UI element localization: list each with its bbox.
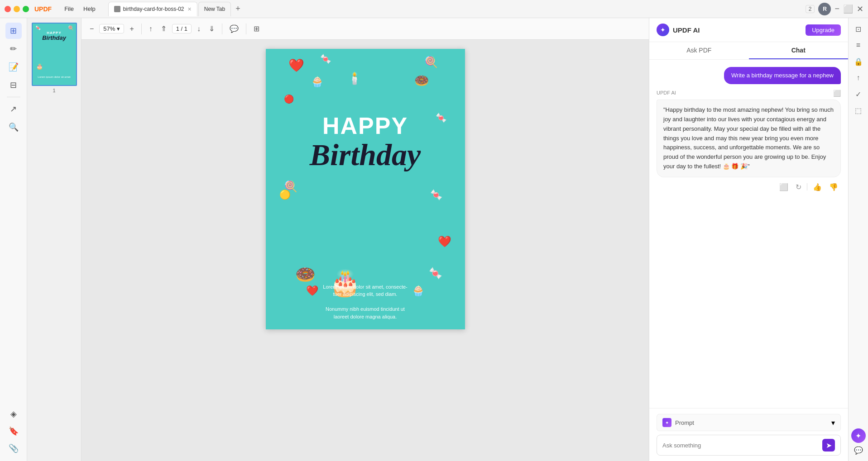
page-first-button[interactable]: ⇑ [158,23,169,35]
far-right-panel: ⊡ ≡ 🔒 ↑ ✓ ⬚ ✦ 💬 [848,18,868,461]
new-tab-label: New Tab [204,6,225,12]
active-tab[interactable]: birthday-card-for-boss-02 × [108,2,197,16]
badge-count: 2 [806,5,815,13]
convert-to-pdf-icon[interactable]: ⊡ [851,22,866,36]
toolbar-separator-2 [222,24,222,34]
main-content: ⊞ ✏ 📝 ⊟ ↗ 🔍 ◈ 🔖 📎 HAPPY Birthday 🍬 🍭 🎂 [0,18,868,461]
window-controls [5,6,29,12]
page-display[interactable]: 1 / 1 [172,24,192,33]
viewer-area: − 57% ▾ + ↑ ⇑ 1 / 1 ↓ ⇓ 💬 ⊞ ❤️ [82,18,649,461]
mini-decoration-2: 🍭 [68,25,73,30]
add-tab-button[interactable]: + [232,2,244,15]
zoom-in-button[interactable]: + [127,23,136,35]
thumbup-button[interactable]: 👍 [811,182,824,192]
maximize-window-button[interactable] [23,6,29,12]
toolbar-separator-3 [246,24,246,34]
sidebar-item-thumbnail[interactable]: ⊞ [5,23,22,39]
prompt-selector[interactable]: ✦ Prompt ▾ [657,414,841,431]
tab-bar: birthday-card-for-boss-02 × New Tab + [108,2,806,16]
titlebar-right-controls: 2 R − ⬜ ✕ [806,3,863,15]
upgrade-button[interactable]: Upgrade [806,24,841,36]
titlebar: UPDF File Help birthday-card-for-boss-02… [0,0,868,18]
ai-panel-header: ✦ UPDF AI Upgrade [649,18,848,42]
window-minimize-icon[interactable]: − [834,4,839,14]
lorem-line-1: Lorem ipsum dolor sit amet, consecte- [323,283,407,291]
review-icon[interactable]: ✓ [851,87,866,101]
user-message-container: Write a birthday message for a nephew [657,67,841,84]
close-window-button[interactable] [5,6,11,12]
mini-decoration-1: 🍬 [35,25,41,30]
mini-lorem: Lorem ipsum dolor sit amet [33,75,76,79]
deco-cupcake-bottom-right: 🧁 [412,283,424,298]
deco-candy-bottom-right: 🍬 [429,267,442,280]
sidebar-item-layers[interactable]: ◈ [5,406,22,422]
copy-response-icon[interactable]: ⬜ [833,90,841,97]
app-logo: UPDF [34,5,52,13]
lorem-line-3: Nonummy nibh euismod tincidunt ut [323,305,407,313]
ai-tabs: Ask PDF Chat [649,42,848,60]
page-prev-button[interactable]: ↑ [146,23,155,35]
ai-chat-area[interactable]: Write a birthday message for a nephew UP… [649,60,848,408]
layout-button[interactable]: ⊞ [251,23,262,35]
sidebar-item-export[interactable]: ↗ [5,101,22,117]
lorem-line-2: tuer adipiscing elit, sed diam. [323,290,407,298]
user-avatar[interactable]: R [818,3,831,15]
window-close-icon[interactable]: ✕ [857,4,863,14]
ask-input[interactable] [662,442,822,449]
thumbnail-page-1[interactable]: HAPPY Birthday 🍬 🍭 🎂 Lorem ipsum dolor s… [29,23,79,93]
deco-donut-bottom-left: 🍩 [295,265,316,284]
ai-response-header: UPDF AI ⬜ [657,90,841,97]
sidebar-item-highlight[interactable]: ✏ [5,41,22,57]
thumbnail-panel: HAPPY Birthday 🍬 🍭 🎂 Lorem ipsum dolor s… [27,18,82,461]
page-last-button[interactable]: ⇓ [206,23,217,35]
deco-candy-right: 🍬 [436,112,447,123]
page-next-button[interactable]: ↓ [194,23,203,35]
redact-icon[interactable]: ⬚ [851,103,866,118]
help-menu[interactable]: Help [80,5,99,13]
ai-logo: ✦ UPDF AI [657,24,700,36]
ocr-icon[interactable]: ≡ [851,38,866,52]
thumbnail-page-label: 1 [53,88,55,93]
share-icon[interactable]: ↑ [851,71,866,85]
page-numbers: 1 / 1 [176,25,187,32]
sidebar-item-layout[interactable]: ⊟ [5,77,22,93]
deco-heart-top-left: ❤️ [288,58,304,73]
tab-close-button[interactable]: × [188,5,192,13]
pdf-scroll-area[interactable]: ❤️ 🍬 🍭 🧁 🕯️ 🍩 🔴 🍬 HAPPY Birthday 🟡 🍭 [82,40,649,461]
sidebar-item-attachment[interactable]: 📎 [5,440,22,456]
card-birthday-title: Birthday [310,139,421,170]
birthday-card: ❤️ 🍬 🍭 🧁 🕯️ 🍩 🔴 🍬 HAPPY Birthday 🟡 🍭 [266,49,465,329]
minimize-window-button[interactable] [14,6,20,12]
thumbdown-button[interactable]: 👎 [827,182,840,192]
far-right-bottom: ✦ 💬 [851,428,866,457]
regenerate-button[interactable]: ↻ [794,182,803,192]
left-sidebar: ⊞ ✏ 📝 ⊟ ↗ 🔍 ◈ 🔖 📎 [0,18,27,461]
window-restore-icon[interactable]: ⬜ [843,4,853,14]
active-tab-label: birthday-card-for-boss-02 [123,6,184,12]
protect-icon[interactable]: 🔒 [851,54,866,69]
zoom-level: 57% [103,25,115,32]
new-tab[interactable]: New Tab [198,2,231,16]
file-menu[interactable]: File [61,5,77,13]
ai-assistant-icon[interactable]: ✦ [851,428,866,443]
sidebar-item-edit[interactable]: 📝 [5,59,22,75]
sidebar-item-search[interactable]: 🔍 [5,119,22,135]
tab-chat[interactable]: Chat [749,42,849,59]
ai-input-area: ✦ Prompt ▾ ➤ [649,408,848,461]
card-lorem-text: ❤️ Lorem ipsum dolor sit amet, consecte-… [306,283,424,321]
tab-ask-pdf[interactable]: Ask PDF [649,42,749,59]
deco-heart-bottom-left: ❤️ [306,283,318,298]
comment-button[interactable]: 💬 [227,23,241,35]
zoom-display[interactable]: 57% ▾ [99,24,124,33]
deco-donut-tr: 🍩 [414,74,429,88]
pdf-toolbar: − 57% ▾ + ↑ ⇑ 1 / 1 ↓ ⇓ 💬 ⊞ [82,18,649,40]
tab-file-icon [114,6,120,12]
bottom-chat-icon[interactable]: 💬 [851,443,866,457]
zoom-out-button[interactable]: − [87,23,96,35]
sidebar-item-bookmark[interactable]: 🔖 [5,423,22,439]
send-button[interactable]: ➤ [822,439,835,451]
open-external-button[interactable]: ⬜ [777,182,790,192]
card-happy-title: HAPPY [322,112,408,139]
deco-candy-mid-right: 🍬 [430,189,442,201]
lorem-line-4: laoreet dolore magna aliqua. [323,313,407,321]
